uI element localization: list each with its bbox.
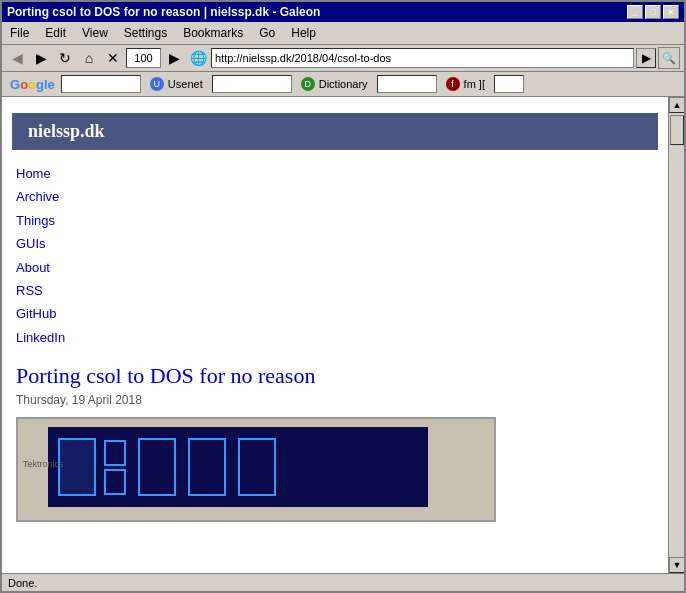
navigation: Home Archive Things GUIs About RSS GitHu… — [2, 158, 668, 353]
scroll-down-button[interactable]: ▼ — [669, 557, 684, 573]
stop-button[interactable]: ✕ — [102, 47, 124, 69]
status-bar: Done. — [2, 573, 684, 591]
bookmark-usenet[interactable]: U Usenet — [143, 73, 210, 95]
back-button[interactable]: ◀ — [6, 47, 28, 69]
article: Porting csol to DOS for no reason Thursd… — [2, 353, 668, 532]
location-icon: 🌐 — [187, 47, 209, 69]
site-header: nielssp.dk — [12, 113, 658, 150]
url-input[interactable] — [211, 48, 634, 68]
usenet-icon: U — [150, 77, 164, 91]
search-button[interactable]: 🔍 — [658, 47, 680, 69]
menu-bookmarks[interactable]: Bookmarks — [175, 24, 251, 42]
article-image: Tektronics — [16, 417, 496, 522]
title-bar: Porting csol to DOS for no reason | niel… — [2, 2, 684, 22]
machine-screen — [48, 427, 428, 507]
menu-file[interactable]: File — [2, 24, 37, 42]
menu-settings[interactable]: Settings — [116, 24, 175, 42]
bookmark-search-4[interactable] — [494, 75, 524, 93]
content-area: nielssp.dk Home Archive Things GUIs Abou… — [2, 97, 684, 573]
machine-label: Tektronics — [23, 459, 64, 469]
screen-item-3 — [188, 438, 226, 496]
status-text: Done. — [8, 577, 37, 589]
dictionary-icon: D — [301, 77, 315, 91]
scrollbar: ▲ ▼ — [668, 97, 684, 573]
home-button[interactable]: ⌂ — [78, 47, 100, 69]
window-title: Porting csol to DOS for no reason | niel… — [7, 5, 320, 19]
menu-go[interactable]: Go — [251, 24, 283, 42]
google-logo: Google — [6, 77, 59, 92]
browser-window: Porting csol to DOS for no reason | niel… — [0, 0, 686, 593]
bookmark-dictionary-label: Dictionary — [319, 78, 368, 90]
scroll-track[interactable] — [669, 113, 684, 557]
close-button[interactable]: × — [663, 5, 679, 19]
nav-about[interactable]: About — [16, 256, 654, 279]
article-title[interactable]: Porting csol to DOS for no reason — [16, 363, 654, 389]
nav-things[interactable]: Things — [16, 209, 654, 232]
reload-button[interactable]: ↻ — [54, 47, 76, 69]
article-date: Thursday, 19 April 2018 — [16, 393, 654, 407]
zoom-go-button[interactable]: ▶ — [163, 47, 185, 69]
screen-item-2 — [138, 438, 176, 496]
menu-view[interactable]: View — [74, 24, 116, 42]
forward-button[interactable]: ▶ — [30, 47, 52, 69]
nav-home[interactable]: Home — [16, 162, 654, 185]
zoom-input[interactable] — [126, 48, 161, 68]
bookmark-dictionary[interactable]: D Dictionary — [294, 73, 375, 95]
nav-guis[interactable]: GUIs — [16, 232, 654, 255]
url-go-button[interactable]: ▶ — [636, 48, 656, 68]
maximize-button[interactable]: □ — [645, 5, 661, 19]
minimize-button[interactable]: _ — [627, 5, 643, 19]
bookmarks-bar: Google U Usenet D Dictionary f fm ][ — [2, 72, 684, 97]
google-search-input[interactable] — [61, 75, 141, 93]
page-content: nielssp.dk Home Archive Things GUIs Abou… — [2, 97, 668, 573]
menu-help[interactable]: Help — [283, 24, 324, 42]
menu-edit[interactable]: Edit — [37, 24, 74, 42]
screen-sub-2 — [104, 469, 126, 495]
bookmark-fm-label: fm ][ — [464, 78, 485, 90]
toolbar: ◀ ▶ ↻ ⌂ ✕ ▶ 🌐 ▶ 🔍 — [2, 45, 684, 72]
nav-linkedin[interactable]: LinkedIn — [16, 326, 654, 349]
window-controls: _ □ × — [627, 5, 679, 19]
bookmark-search-3[interactable] — [377, 75, 437, 93]
menu-bar: File Edit View Settings Bookmarks Go Hel… — [2, 22, 684, 45]
bookmark-usenet-label: Usenet — [168, 78, 203, 90]
bookmark-fm[interactable]: f fm ][ — [439, 73, 492, 95]
nav-rss[interactable]: RSS — [16, 279, 654, 302]
screen-group — [104, 440, 126, 495]
bookmark-search-2[interactable] — [212, 75, 292, 93]
fm-icon: f — [446, 77, 460, 91]
screen-sub-1 — [104, 440, 126, 466]
scroll-thumb[interactable] — [670, 115, 684, 145]
scroll-up-button[interactable]: ▲ — [669, 97, 684, 113]
nav-archive[interactable]: Archive — [16, 185, 654, 208]
nav-github[interactable]: GitHub — [16, 302, 654, 325]
screen-item-4 — [238, 438, 276, 496]
site-title: nielssp.dk — [28, 121, 105, 141]
